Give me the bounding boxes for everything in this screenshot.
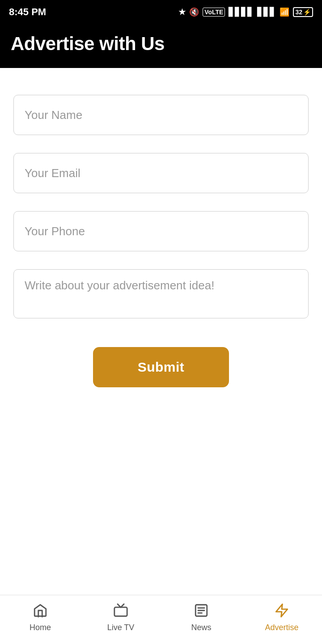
- status-bar: 8:45 PM ★ 🔇 VoLTE ▋▋▋▋ ▋▋▋ 📶 32 ⚡: [0, 0, 322, 24]
- form-content: Submit: [0, 68, 322, 595]
- nav-label-news: News: [191, 623, 211, 632]
- nav-label-advertise: Advertise: [265, 623, 298, 632]
- home-icon: [33, 603, 48, 620]
- name-field-group: [13, 95, 309, 135]
- battery-indicator: 32 ⚡: [293, 7, 313, 17]
- advertise-icon: [274, 603, 289, 620]
- nav-item-home[interactable]: Home: [0, 603, 80, 632]
- mute-icon: 🔇: [189, 7, 199, 17]
- submit-container: Submit: [13, 347, 309, 387]
- nav-item-advertise[interactable]: Advertise: [242, 603, 322, 632]
- bottom-nav: Home Live TV News Advertise: [0, 595, 322, 644]
- lte-icon: VoLTE: [203, 8, 225, 17]
- bluetooth-icon: ★: [178, 7, 186, 17]
- nav-item-news[interactable]: News: [161, 603, 242, 632]
- email-input[interactable]: [13, 153, 309, 193]
- livetv-icon: [113, 603, 128, 620]
- message-field-group: [13, 269, 309, 320]
- signal2-icon: ▋▋▋: [257, 7, 276, 17]
- message-textarea[interactable]: [13, 269, 309, 318]
- page-header: Advertise with Us: [0, 24, 322, 68]
- status-icons: ★ 🔇 VoLTE ▋▋▋▋ ▋▋▋ 📶 32 ⚡: [178, 7, 313, 17]
- phone-field-group: [13, 211, 309, 251]
- nav-item-livetv[interactable]: Live TV: [80, 603, 161, 632]
- svg-rect-0: [114, 607, 127, 616]
- svg-marker-5: [276, 604, 288, 616]
- name-input[interactable]: [13, 95, 309, 135]
- news-icon: [194, 603, 209, 620]
- nav-label-livetv: Live TV: [107, 623, 135, 632]
- signal1-icon: ▋▋▋▋: [229, 7, 254, 17]
- wifi-icon: 📶: [280, 7, 289, 17]
- phone-input[interactable]: [13, 211, 309, 251]
- status-time: 8:45 PM: [9, 6, 46, 18]
- email-field-group: [13, 153, 309, 193]
- nav-label-home: Home: [30, 623, 51, 632]
- page-title: Advertise with Us: [11, 33, 311, 55]
- submit-button[interactable]: Submit: [93, 347, 229, 387]
